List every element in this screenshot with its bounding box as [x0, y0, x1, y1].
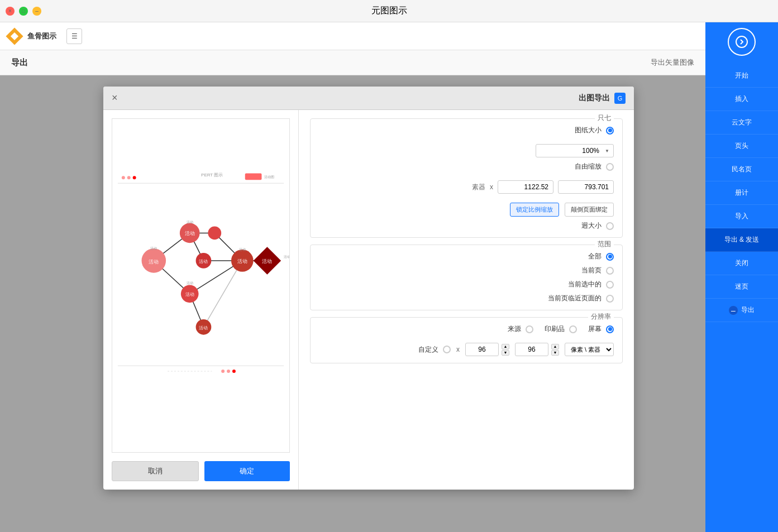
svg-line-16	[203, 261, 242, 327]
sidebar-item-cloud[interactable]: 云文字	[705, 111, 778, 135]
res-width-input[interactable]	[515, 343, 548, 356]
range-option-selected-label: 当前选中的	[568, 280, 602, 289]
size-option-paper-label: 图纸大小	[575, 126, 602, 135]
svg-text:活动: 活动	[150, 247, 157, 250]
cancel-button[interactable]: 取消	[112, 461, 199, 481]
confirm-button[interactable]: 确定	[204, 461, 290, 481]
range-section: 范围 全部 当前页	[310, 245, 623, 310]
res-width-up-btn[interactable]: ▲	[551, 344, 559, 349]
page-header-title: 导出	[11, 57, 28, 68]
sidebar-item-start[interactable]: 开始	[705, 64, 778, 88]
logo-area: 鱼骨图示	[8, 30, 56, 42]
range-option-current-label: 当前页	[581, 266, 602, 275]
modal-title-area: 出图导出 G	[579, 93, 626, 104]
size-option-custom-label: 自由缩放	[575, 162, 602, 171]
resolution-section: 分辨率 来源 印刷品	[310, 317, 623, 363]
sidebar-item-close[interactable]: 关闭	[705, 252, 778, 275]
width-input[interactable]	[498, 180, 553, 194]
main-content: 鱼骨图示 ☰ 导出 导出矢量图像 × 出图导出	[0, 22, 705, 532]
close-window-btn[interactable]: ×	[6, 7, 15, 16]
sidebar-item-insert[interactable]: 插入	[705, 88, 778, 111]
size-separator: x	[490, 183, 493, 191]
res-height-spinner[interactable]: ▲ ▼	[502, 344, 509, 356]
res-height-up-btn[interactable]: ▲	[502, 344, 509, 349]
percentage-dropdown[interactable]: ▼	[536, 144, 614, 157]
svg-point-39	[221, 370, 225, 373]
svg-text:活动: 活动	[187, 281, 193, 285]
right-sidebar: 开始 插入 云文字 页头 民名页 册计 导入 导出 & 发送 关闭 迷页 – 导…	[705, 22, 778, 532]
svg-text:活动: 活动	[199, 325, 208, 330]
export-modal: × 出图导出 G	[103, 87, 634, 490]
app-body: 鱼骨图示 ☰ 导出 导出矢量图像 × 出图导出	[0, 22, 778, 532]
size-option-custom[interactable]: 自由缩放	[575, 162, 614, 171]
sidebar-item-import[interactable]: 导入	[705, 205, 778, 228]
size-radio-paper-indicator	[606, 127, 614, 135]
res-x-separator: x	[456, 346, 460, 353]
res-width-down-btn[interactable]: ▼	[551, 350, 559, 356]
svg-point-40	[227, 370, 230, 373]
sidebar-item-export[interactable]: – 导出	[705, 299, 778, 322]
page-header-subtitle: 导出矢量图像	[651, 57, 694, 68]
toolbar: 鱼骨图示 ☰	[0, 22, 705, 50]
svg-text:活动: 活动	[284, 255, 289, 258]
sidebar-item-page[interactable]: 迷页	[705, 275, 778, 299]
sidebar-item-filename[interactable]: 民名页	[705, 158, 778, 181]
window-controls[interactable]: × □ –	[6, 7, 41, 16]
res-option-screen[interactable]: 屏幕	[588, 324, 614, 334]
res-radio-custom-indicator	[443, 346, 451, 353]
svg-text:活动图: 活动图	[264, 175, 274, 179]
res-option-print[interactable]: 印刷品	[545, 324, 577, 334]
range-section-title: 范围	[595, 239, 614, 249]
title-bar: × □ – 元图图示	[0, 0, 778, 22]
svg-text:活动: 活动	[185, 292, 194, 297]
maximize-window-btn[interactable]: □	[19, 7, 28, 16]
minimize-window-btn[interactable]: –	[32, 7, 41, 16]
menu-icon-btn[interactable]: ☰	[66, 28, 82, 44]
arrow-right-icon	[735, 35, 748, 49]
res-unit-select[interactable]: 像素 \ 素器	[565, 343, 614, 356]
unit-label: 素器	[472, 183, 485, 192]
size-dimensions-row: 素器 x	[472, 180, 614, 194]
range-option-adjacent-label: 当前页临近页面的	[548, 294, 602, 303]
size-section: 只七 图纸大小	[310, 118, 623, 238]
svg-text:活动: 活动	[239, 248, 246, 251]
percentage-input[interactable]	[536, 144, 614, 157]
range-radio-group: 全部 当前页 当前选中的	[319, 252, 614, 303]
flip-page-btn[interactable]: 颠倒页面绑定	[565, 203, 614, 217]
svg-text:活动: 活动	[149, 259, 159, 265]
height-input[interactable]	[558, 180, 614, 194]
sidebar-item-export-send[interactable]: 导出 & 发送	[705, 228, 778, 252]
range-option-selected[interactable]: 当前选中的	[568, 280, 614, 289]
res-custom-label[interactable]: 自定义	[418, 345, 451, 354]
size-option-paper[interactable]: 图纸大小	[575, 126, 614, 135]
resolution-inputs-row: 自定义 x ▲	[418, 343, 614, 356]
sidebar-item-header[interactable]: 页头	[705, 135, 778, 158]
res-width-group[interactable]: ▲ ▼	[515, 343, 559, 356]
range-option-current[interactable]: 当前页	[581, 266, 614, 275]
res-option-source[interactable]: 来源	[508, 324, 533, 334]
res-option-source-label: 来源	[508, 324, 521, 334]
lock-ratio-btn[interactable]: 锁定比例缩放	[510, 203, 559, 217]
res-height-input[interactable]	[465, 343, 499, 356]
range-option-adjacent[interactable]: 当前页临近页面的	[548, 294, 614, 303]
res-width-spinner[interactable]: ▲ ▼	[551, 344, 559, 356]
res-height-down-btn[interactable]: ▼	[502, 350, 509, 356]
sidebar-item-design[interactable]: 册计	[705, 181, 778, 205]
page-options-row: 锁定比例缩放 颠倒页面绑定	[510, 203, 614, 217]
size-option-large[interactable]: 迥大小	[581, 221, 614, 231]
res-radio-source-indicator	[526, 325, 533, 333]
res-height-group[interactable]: ▲ ▼	[465, 343, 509, 356]
svg-point-42	[736, 36, 747, 47]
modal-overlay: × 出图导出 G	[0, 75, 705, 532]
res-unit-select-group: 自定义	[418, 345, 451, 354]
resolution-section-title: 分辨率	[588, 312, 614, 322]
svg-text:活动: 活动	[199, 259, 208, 264]
sidebar-top-arrow-btn[interactable]	[728, 28, 756, 56]
preview-canvas: PERT 图示 活动图	[112, 118, 290, 453]
range-option-all[interactable]: 全部	[588, 252, 614, 261]
res-custom-text: 自定义	[418, 345, 438, 354]
modal-close-btn[interactable]: ×	[112, 92, 118, 104]
svg-point-2	[127, 176, 131, 179]
svg-rect-5	[245, 173, 262, 180]
svg-text:PERT 图示: PERT 图示	[201, 172, 223, 178]
